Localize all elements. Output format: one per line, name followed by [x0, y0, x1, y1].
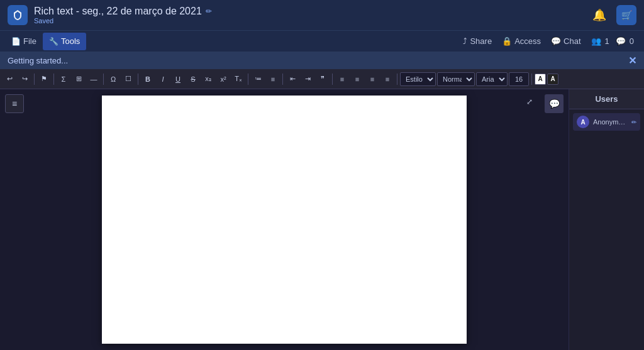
chat-button[interactable]: 💬 Chat — [546, 36, 586, 46]
tb-align-right[interactable]: ≡ — [365, 72, 379, 86]
tb-align-left[interactable]: ≡ — [335, 72, 349, 86]
tb-sep4 — [138, 74, 138, 85]
right-panel: Users A Anonymo... ✏ — [569, 89, 644, 350]
notification-bar: Getting started... ✕ — [0, 52, 644, 69]
user-avatar-icon[interactable]: 🛒 — [616, 5, 636, 25]
collab-chat-icon: 💬 — [616, 36, 626, 46]
tb-sep9 — [531, 74, 532, 85]
collab-users-count: 1 — [605, 36, 609, 46]
tb-undo[interactable]: ↩ — [3, 72, 16, 86]
users-panel-header: Users — [569, 89, 644, 109]
chat-label: Chat — [564, 36, 580, 46]
tools-icon: 🔧 — [49, 37, 58, 46]
main-area: ≡ ⤢ 💬 Users A Anonymo... ✏ — [0, 89, 644, 350]
title-bar: Rich text - seg., 22 de março de 2021 ✏ … — [0, 0, 644, 30]
tb-flag[interactable]: ⚑ — [37, 72, 51, 86]
menu-right: ⤴ Share 🔒 Access 💬 Chat 👥 1 💬 0 — [458, 36, 639, 46]
chat-icon: 💬 — [551, 36, 561, 46]
avatar: A — [577, 116, 589, 128]
title-actions: 🔔 🛒 — [592, 5, 636, 25]
notification-text: Getting started... — [8, 56, 623, 65]
tb-sub[interactable]: x₂ — [201, 72, 215, 86]
tb-list-unordered[interactable]: ≡ — [266, 72, 280, 86]
tb-list-ordered[interactable]: ≔ — [251, 72, 265, 86]
access-button[interactable]: 🔒 Access — [497, 36, 546, 46]
tb-sup[interactable]: x² — [216, 72, 230, 86]
doc-title-text: Rich text - seg., 22 de março de 2021 — [34, 6, 202, 17]
menu-file[interactable]: 📄 File — [5, 33, 43, 50]
sidebar-toggle-button[interactable]: ≡ — [5, 94, 24, 113]
collab-users-icon: 👥 — [591, 36, 601, 46]
share-button[interactable]: ⤴ Share — [458, 36, 497, 46]
tb-sep5 — [248, 74, 248, 85]
tb-outdent[interactable]: ⇤ — [286, 72, 299, 86]
doc-area: ≡ ⤢ 💬 — [0, 89, 569, 350]
tb-sep2 — [53, 74, 54, 85]
tb-quote[interactable]: ❞ — [316, 72, 330, 86]
doc-page[interactable] — [102, 96, 467, 344]
doc-resize-icon[interactable]: ⤢ — [522, 94, 537, 109]
app-logo — [8, 5, 28, 25]
notification-close-button[interactable]: ✕ — [628, 55, 636, 67]
tb-align-justify[interactable]: ≡ — [380, 72, 394, 86]
access-icon: 🔒 — [502, 36, 512, 46]
tb-table[interactable]: ⊞ — [72, 72, 86, 86]
tb-underline[interactable]: U — [171, 72, 185, 86]
tb-omega[interactable]: Ω — [106, 72, 120, 86]
file-icon: 📄 — [11, 37, 21, 46]
share-icon: ⤴ — [463, 36, 467, 46]
title-info: Rich text - seg., 22 de março de 2021 ✏ … — [34, 6, 586, 25]
tb-bold[interactable]: B — [141, 72, 155, 86]
tb-clear[interactable]: Tₓ — [231, 72, 245, 86]
list-item: A Anonymo... ✏ — [573, 113, 640, 131]
tb-sep6 — [282, 74, 283, 85]
tb-font-select[interactable]: Normal — [437, 72, 475, 86]
collab-info: 👥 1 💬 0 — [586, 36, 639, 46]
access-label: Access — [514, 36, 541, 46]
tb-indent[interactable]: ⇥ — [301, 72, 314, 86]
doc-comment-button[interactable]: 💬 — [545, 94, 564, 113]
tb-fontsize-input[interactable] — [509, 72, 529, 86]
tb-italic[interactable]: I — [156, 72, 170, 86]
tb-font-color[interactable]: A — [535, 74, 546, 85]
user-name: Anonymo... — [593, 118, 628, 126]
collab-chats-count: 0 — [630, 36, 634, 46]
tb-align-center[interactable]: ≡ — [350, 72, 364, 86]
doc-saved-status: Saved — [34, 17, 586, 25]
share-label: Share — [470, 36, 492, 46]
title-edit-icon[interactable]: ✏ — [206, 7, 212, 16]
doc-title: Rich text - seg., 22 de março de 2021 ✏ — [34, 6, 586, 17]
file-label: File — [23, 36, 36, 46]
tb-sep1 — [34, 74, 35, 85]
tb-sep8 — [397, 74, 397, 85]
tb-bg-color[interactable]: A — [547, 74, 558, 85]
menu-tools[interactable]: 🔧 Tools — [43, 33, 86, 50]
tb-style-select[interactable]: Estilo — [400, 72, 436, 86]
tb-redo[interactable]: ↪ — [18, 72, 31, 86]
notification-bell-icon[interactable]: 🔔 — [592, 8, 606, 22]
tb-strike[interactable]: S — [186, 72, 200, 86]
tb-minus[interactable]: — — [87, 72, 101, 86]
menu-bar: 📄 File 🔧 Tools ⤴ Share 🔒 Access 💬 Chat 👥… — [0, 30, 644, 52]
user-edit-icon[interactable]: ✏ — [631, 119, 636, 126]
tools-label: Tools — [61, 36, 80, 46]
tb-sigma[interactable]: Σ — [57, 72, 70, 86]
tb-sep3 — [103, 74, 104, 85]
toolbar: ↩ ↪ ⚑ Σ ⊞ — Ω ☐ B I U S x₂ x² Tₓ ≔ ≡ ⇤ ⇥… — [0, 69, 644, 89]
tb-sep7 — [332, 74, 333, 85]
tb-fontfamily-select[interactable]: Arial — [476, 72, 508, 86]
tb-omega2[interactable]: ☐ — [121, 72, 135, 86]
users-list: A Anonymo... ✏ — [569, 109, 644, 137]
